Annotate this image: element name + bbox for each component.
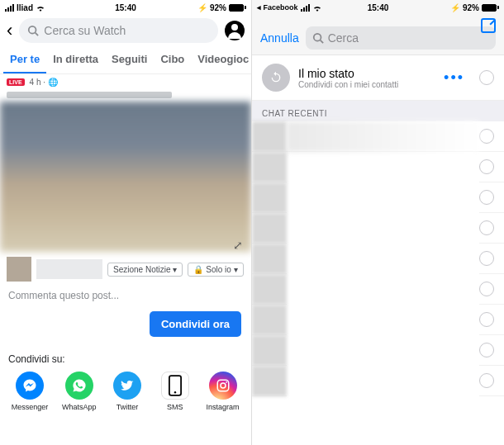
select-radio[interactable]: [479, 282, 494, 296]
compose-icon[interactable]: [481, 18, 496, 33]
post-video-thumbnail[interactable]: [0, 102, 251, 252]
search-placeholder: Cerca su Watch: [44, 24, 126, 37]
recent-chats-list: [252, 121, 504, 396]
chat-row[interactable]: [252, 213, 504, 244]
post-title-redacted: [7, 92, 172, 98]
chat-avatar: [252, 244, 287, 274]
chat-row[interactable]: [252, 121, 504, 152]
twitter-icon: [113, 372, 141, 400]
chat-avatar: [252, 274, 287, 305]
wifi-icon: [312, 4, 322, 12]
search-icon: [27, 25, 39, 36]
share-label: Condividi su:: [8, 353, 243, 365]
chat-name-redacted: [287, 305, 479, 335]
chat-row[interactable]: [252, 305, 504, 335]
sms-icon: [161, 372, 189, 400]
share-instagram[interactable]: Instagram: [206, 372, 240, 411]
share-now-button[interactable]: Condividi ora: [150, 311, 241, 337]
comment-input[interactable]: Commenta questo post...: [0, 286, 251, 311]
battery-icon: [229, 4, 246, 12]
back-chevron-icon[interactable]: ‹: [7, 20, 12, 41]
privacy-chip[interactable]: 🔒 Solo io ▾: [188, 263, 243, 277]
chat-avatar: [252, 121, 287, 152]
svg-line-1: [36, 33, 39, 36]
svg-point-0: [29, 26, 36, 34]
chat-avatar: [252, 182, 287, 213]
tab-videogiochi[interactable]: Videogioc: [191, 46, 252, 73]
chat-avatar: [252, 152, 287, 182]
wifi-icon: [36, 4, 45, 12]
audience-chip[interactable]: Sezione Notizie ▾: [107, 263, 183, 277]
profile-icon[interactable]: [225, 21, 245, 40]
search-icon: [312, 32, 324, 44]
status-avatar-icon: [262, 64, 290, 92]
select-radio[interactable]: [479, 190, 494, 205]
svg-point-7: [313, 34, 321, 41]
select-radio[interactable]: [479, 129, 494, 144]
search-input[interactable]: Cerca: [306, 26, 496, 50]
chat-name-redacted: [287, 152, 479, 182]
select-radio[interactable]: [479, 373, 494, 388]
post-time: 4 h · 🌐: [30, 78, 58, 87]
tab-in-diretta[interactable]: In diretta: [46, 46, 105, 73]
chat-avatar: [252, 335, 287, 366]
chat-row[interactable]: [252, 335, 504, 366]
select-radio[interactable]: [479, 343, 494, 357]
select-radio[interactable]: [479, 70, 494, 85]
svg-point-6: [226, 381, 227, 383]
chat-row[interactable]: [252, 366, 504, 396]
chat-name-redacted: [287, 121, 479, 152]
share-composer-row: ⤢ Sezione Notizie ▾ 🔒 Solo io ▾: [0, 252, 251, 286]
chat-avatar: [252, 305, 287, 335]
whatsapp-share-screen: ◂ Facebook 15:40 ⚡ 92% Annulla Cerca Il …: [252, 0, 504, 445]
live-badge: LIVE: [7, 78, 25, 86]
share-messenger[interactable]: Messenger: [12, 372, 48, 411]
clock: 15:40: [115, 3, 136, 12]
instagram-icon: [209, 372, 237, 400]
my-status-title: Il mio stato: [298, 67, 398, 80]
whatsapp-icon: [65, 372, 93, 400]
facebook-watch-screen: Iliad 15:40 ⚡ 92% ‹ Cerca su Watch Per t…: [0, 0, 252, 445]
chat-name-redacted: [287, 274, 479, 305]
search-input[interactable]: Cerca su Watch: [19, 18, 218, 43]
expand-icon[interactable]: ⤢: [233, 239, 243, 252]
chat-name-redacted: [287, 366, 479, 396]
tab-per-te[interactable]: Per te: [3, 46, 46, 73]
select-radio[interactable]: [479, 220, 494, 235]
chat-row[interactable]: [252, 244, 504, 274]
my-status-row[interactable]: Il mio stato Condividi con i miei contat…: [252, 55, 504, 101]
svg-point-3: [174, 391, 176, 393]
back-to-app[interactable]: ◂ Facebook: [257, 3, 298, 12]
tab-cibo[interactable]: Cibo: [154, 46, 191, 73]
underlying-header-peek: [252, 15, 504, 21]
select-radio[interactable]: [479, 159, 494, 174]
share-twitter[interactable]: Twitter: [111, 372, 145, 411]
chat-name-redacted: [287, 182, 479, 213]
svg-line-8: [320, 40, 323, 44]
recent-chats-label: CHAT RECENTI: [252, 101, 504, 121]
select-radio[interactable]: [479, 251, 494, 266]
chat-row[interactable]: [252, 152, 504, 182]
messenger-icon: [16, 372, 44, 400]
share-whatsapp[interactable]: WhatsApp: [62, 372, 97, 411]
battery-icon: [482, 4, 499, 12]
watch-header: ‹ Cerca su Watch: [0, 15, 251, 46]
chat-row[interactable]: [252, 182, 504, 213]
signal-icon: [5, 4, 14, 12]
more-icon[interactable]: •••: [444, 69, 464, 87]
carrier-label: Iliad: [17, 3, 33, 12]
my-status-subtitle: Condividi con i miei contatti: [298, 80, 398, 89]
cancel-button[interactable]: Annulla: [260, 31, 299, 45]
user-name-redacted: [36, 259, 102, 279]
battery-pct: ⚡ 92%: [450, 3, 479, 12]
chat-name-redacted: [287, 213, 479, 244]
status-bar: ◂ Facebook 15:40 ⚡ 92%: [252, 0, 504, 15]
chat-row[interactable]: [252, 274, 504, 305]
post-meta: LIVE 4 h · 🌐: [0, 74, 251, 90]
clock: 15:40: [368, 3, 389, 12]
tab-seguiti[interactable]: Seguiti: [105, 46, 154, 73]
search-placeholder: Cerca: [328, 31, 359, 45]
share-sms[interactable]: SMS: [158, 372, 192, 411]
select-radio[interactable]: [479, 312, 494, 327]
user-avatar[interactable]: [7, 257, 31, 282]
